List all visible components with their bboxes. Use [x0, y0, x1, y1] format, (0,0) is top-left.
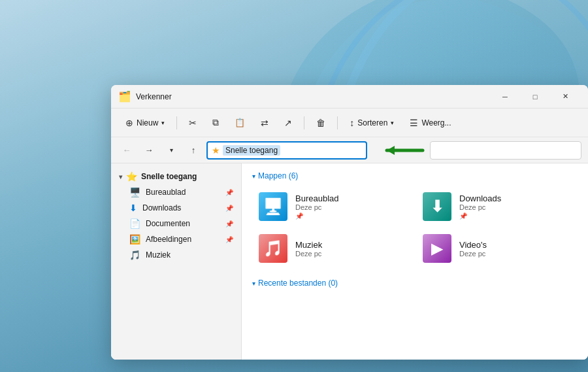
muziek-folder-sub: Deze pc — [295, 250, 322, 258]
content-area: ▾ ⭐ Snelle toegang 🖥️ Bureaublad 📌 ⬇ Dow… — [111, 163, 588, 360]
back-button[interactable]: ← — [118, 141, 136, 160]
address-bar: ← → ▾ ↑ ★ Snelle toegang — [111, 137, 588, 163]
afbeeldingen-pin-icon: 📌 — [225, 236, 233, 243]
downloads-thumbnail: ⬇ — [423, 192, 451, 221]
recent-chevron-icon: ▾ — [252, 280, 255, 287]
toolbar-divider-1 — [176, 116, 177, 129]
documenten-pin-icon: 📌 — [225, 220, 233, 228]
toolbar-divider-2 — [304, 116, 304, 129]
paste-icon: 📋 — [235, 118, 245, 127]
folders-grid: 🖥️ Bureaublad Deze pc 📌 ⬇ Downloads — [252, 187, 578, 268]
downloads-icon: ⬇ — [129, 203, 137, 213]
maximize-button[interactable]: □ — [520, 86, 550, 107]
folders-section-header[interactable]: ▾ Mappen (6) — [252, 171, 578, 180]
folder-item-videos[interactable]: ▶ Video's Deze pc — [416, 229, 578, 268]
folders-chevron-icon: ▾ — [252, 173, 255, 180]
videos-folder-sub: Deze pc — [459, 250, 487, 258]
share-button[interactable]: ↗ — [278, 112, 299, 133]
close-button[interactable]: ✕ — [550, 86, 580, 107]
muziek-label: Muziek — [146, 250, 233, 260]
file-explorer-window: 🗂️ Verkenner ─ □ ✕ ⊕ Nieuw ▾ ✂ ⧉ 📋 ⇄ ↗ — [111, 85, 588, 360]
sidebar-item-afbeeldingen[interactable]: 🖼️ Afbeeldingen 📌 — [111, 231, 241, 247]
sidebar-item-muziek[interactable]: 🎵 Muziek — [111, 247, 241, 263]
sync-button[interactable]: ⇄ — [254, 112, 275, 133]
sort-icon: ↕ — [350, 118, 354, 128]
sync-icon: ⇄ — [261, 118, 269, 128]
sort-chevron-icon: ▾ — [391, 120, 394, 126]
title-bar: 🗂️ Verkenner ─ □ ✕ — [111, 85, 588, 109]
sidebar-item-downloads[interactable]: ⬇ Downloads 📌 — [111, 200, 241, 216]
afbeeldingen-label: Afbeeldingen — [146, 235, 220, 244]
cut-icon: ✂ — [189, 118, 197, 128]
folder-item-muziek[interactable]: 🎵 Muziek Deze pc — [252, 229, 414, 268]
documenten-label: Documenten — [146, 219, 220, 228]
folders-section-label: Mappen (6) — [258, 171, 298, 180]
forward-button[interactable]: → — [140, 141, 158, 160]
downloads-folder-sub: Deze pc — [459, 203, 501, 211]
downloads-folder-pin: 📌 — [459, 212, 501, 220]
muziek-thumbnail: 🎵 — [259, 234, 287, 263]
bureaublad-folder-name: Bureaublad — [295, 194, 339, 203]
folder-item-bureaublad[interactable]: 🖥️ Bureaublad Deze pc 📌 — [252, 187, 414, 226]
folder-item-downloads[interactable]: ⬇ Downloads Deze pc 📌 — [416, 187, 578, 226]
delete-icon: 🗑 — [316, 118, 325, 128]
view-button[interactable]: ☰ Weerg... — [403, 112, 457, 133]
sidebar: ▾ ⭐ Snelle toegang 🖥️ Bureaublad 📌 ⬇ Dow… — [111, 163, 242, 360]
recent-section-header[interactable]: ▾ Recente bestanden (0) — [252, 279, 578, 288]
svg-marker-1 — [387, 146, 395, 155]
sidebar-item-bureaublad[interactable]: 🖥️ Bureaublad 📌 — [111, 184, 241, 200]
downloads-folder-name: Downloads — [459, 194, 501, 203]
bureaublad-info: Bureaublad Deze pc 📌 — [295, 194, 339, 220]
toolbar-divider-3 — [337, 116, 338, 129]
main-panel: ▾ Mappen (6) 🖥️ Bureaublad Deze pc 📌 — [242, 163, 588, 360]
annotation-arrow — [374, 141, 426, 160]
quick-access-chevron-icon: ▾ — [119, 173, 122, 180]
downloads-label: Downloads — [142, 203, 220, 212]
videos-thumbnail: ▶ — [423, 234, 451, 263]
bureaublad-folder-sub: Deze pc — [295, 203, 339, 211]
new-icon: ⊕ — [125, 118, 133, 128]
window-controls: ─ □ ✕ — [490, 86, 580, 107]
copy-icon: ⧉ — [212, 117, 219, 128]
videos-folder-name: Video's — [459, 240, 487, 250]
videos-info: Video's Deze pc — [459, 240, 487, 258]
bureaublad-icon: 🖥️ — [129, 187, 140, 197]
sort-label: Sorteren — [357, 118, 387, 127]
share-icon: ↗ — [284, 118, 292, 128]
muziek-icon: 🎵 — [129, 250, 140, 260]
window-title: Verkenner — [136, 92, 172, 101]
quick-access-header[interactable]: ▾ ⭐ Snelle toegang — [111, 169, 241, 184]
toolbar: ⊕ Nieuw ▾ ✂ ⧉ 📋 ⇄ ↗ 🗑 ↕ Sorteren ▾ — [111, 109, 588, 137]
bureaublad-folder-pin: 📌 — [295, 212, 339, 220]
copy-button[interactable]: ⧉ — [206, 112, 225, 133]
quick-access-label: Snelle toegang — [141, 172, 197, 181]
documenten-icon: 📄 — [129, 218, 140, 229]
minimize-button[interactable]: ─ — [490, 86, 520, 107]
delete-button[interactable]: 🗑 — [310, 112, 332, 133]
quick-access-section: ▾ ⭐ Snelle toegang 🖥️ Bureaublad 📌 ⬇ Dow… — [111, 167, 241, 264]
address-star-icon: ★ — [212, 145, 220, 156]
muziek-folder-name: Muziek — [295, 240, 322, 250]
address-field[interactable]: ★ Snelle toegang — [206, 141, 367, 160]
recent-section-label: Recente bestanden (0) — [258, 279, 338, 288]
paste-button[interactable]: 📋 — [228, 112, 252, 133]
sidebar-item-documenten[interactable]: 📄 Documenten 📌 — [111, 216, 241, 231]
bureaublad-label: Bureaublad — [146, 188, 220, 197]
bureaublad-thumbnail: 🖥️ — [259, 192, 287, 221]
sort-button[interactable]: ↕ Sorteren ▾ — [343, 112, 400, 133]
dropdown-button[interactable]: ▾ — [162, 141, 180, 160]
bureaublad-pin-icon: 📌 — [225, 189, 233, 196]
title-bar-icon: 🗂️ — [119, 91, 131, 103]
address-path: Snelle toegang — [223, 145, 280, 156]
view-label: Weerg... — [421, 118, 451, 127]
afbeeldingen-icon: 🖼️ — [129, 234, 140, 245]
search-field[interactable] — [430, 141, 581, 160]
up-button[interactable]: ↑ — [184, 141, 203, 160]
downloads-info: Downloads Deze pc 📌 — [459, 194, 501, 220]
quick-access-star-icon: ⭐ — [126, 171, 137, 182]
muziek-info: Muziek Deze pc — [295, 240, 322, 258]
downloads-pin-icon: 📌 — [225, 205, 233, 212]
cut-button[interactable]: ✂ — [182, 112, 203, 133]
new-button[interactable]: ⊕ Nieuw ▾ — [119, 112, 171, 133]
new-label: Nieuw — [137, 118, 158, 127]
